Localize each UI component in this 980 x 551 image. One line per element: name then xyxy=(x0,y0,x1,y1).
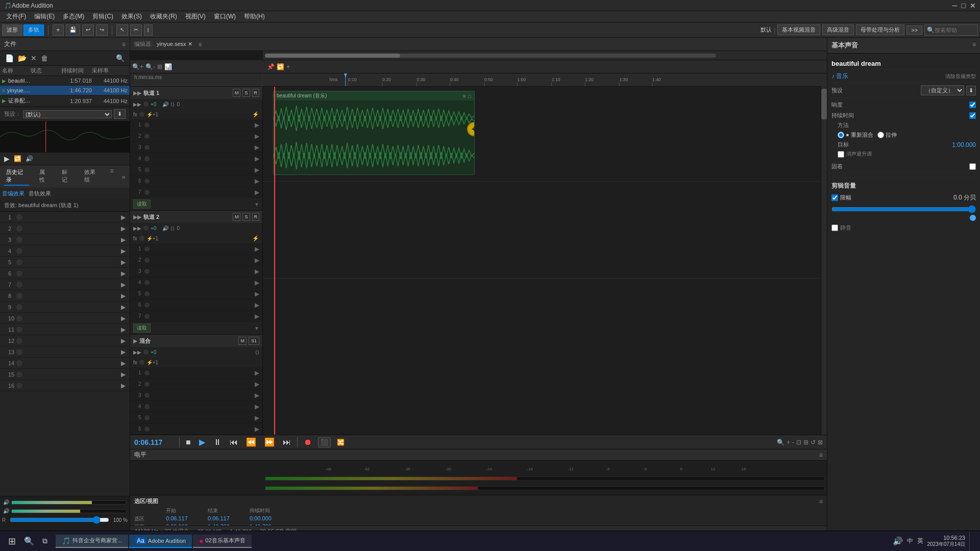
prev-button[interactable]: ⏪ xyxy=(244,436,258,448)
send-row-8[interactable]: 8 ▶ xyxy=(0,290,130,302)
play-button[interactable]: ▶ xyxy=(197,436,207,448)
send-row-16[interactable]: 16 ▶ xyxy=(0,380,130,391)
send-row-3[interactable]: 3 ▶ xyxy=(0,234,130,245)
delete-file-button[interactable]: 🗑 xyxy=(40,53,49,63)
file-item-3[interactable]: ▶证券配音.wav 1:20.937 44100 Hz xyxy=(0,95,130,107)
effects-edit-tab[interactable]: 音编效果 xyxy=(2,190,24,197)
more-workspaces-btn[interactable]: >> xyxy=(906,26,922,35)
clip-options-btn[interactable]: ≡ xyxy=(463,93,466,99)
tray-lang-zh[interactable]: 中 xyxy=(907,537,913,545)
basic-video-btn[interactable]: 基本视频混音 xyxy=(777,24,820,35)
search-input[interactable] xyxy=(935,27,975,33)
master-analysis-btn[interactable]: 母带处理与分析 xyxy=(856,24,904,35)
send-row-12[interactable]: 12 ▶ xyxy=(0,335,130,346)
menu-window[interactable]: 窗口(W) xyxy=(210,11,240,22)
vertical-scrollbar[interactable] xyxy=(821,87,827,435)
preset-select[interactable]: (默认) xyxy=(23,110,112,118)
send-row-7[interactable]: 7 ▶ xyxy=(0,279,130,290)
effects-track-tab[interactable]: 音轨效果 xyxy=(29,190,51,197)
zoom-out-time-btn[interactable]: - xyxy=(792,439,794,446)
maximize-button[interactable]: □ xyxy=(962,2,966,10)
send-row-15[interactable]: 15 ▶ xyxy=(0,369,130,380)
clip-close-btn[interactable]: □ xyxy=(468,93,471,99)
mini-play-btn[interactable]: ▶ xyxy=(4,155,10,163)
menu-clip[interactable]: 剪辑(C) xyxy=(88,11,117,22)
track1-read-btn[interactable]: 读取 xyxy=(133,199,151,209)
extra-view-btn[interactable]: ⊠ xyxy=(818,439,823,446)
new-track-button[interactable]: + xyxy=(53,24,64,36)
loudness-checkbox[interactable] xyxy=(969,102,976,108)
waveform-clip[interactable]: beautiful dream (音乐) ≡ □ xyxy=(273,91,475,175)
send-row-14[interactable]: 14 ▶ xyxy=(0,358,130,369)
vol-reset-btn[interactable]: R xyxy=(2,517,6,523)
taskbar-app-douyin[interactable]: 🎵 抖音企业号商家营... xyxy=(56,535,128,548)
to-end-button[interactable]: ⏭ xyxy=(281,437,293,448)
taskbar-app-audio2[interactable]: ● 02音乐基本声音 xyxy=(193,535,252,548)
effects-expand-btn[interactable]: » xyxy=(122,167,126,186)
remove-type-btn[interactable]: 清除音频类型 xyxy=(945,73,976,80)
menu-help[interactable]: 帮助(H) xyxy=(240,11,269,22)
mini-loop-btn[interactable]: 🔁 xyxy=(14,155,21,162)
taskbar-search-button[interactable]: 🔍 xyxy=(20,534,38,548)
menu-multitrack[interactable]: 多态(M) xyxy=(59,11,88,22)
file-item-2[interactable]: ≡yinyue.sesx 1:46.720 44100 Hz xyxy=(0,86,130,95)
to-start-button[interactable]: ⏮ xyxy=(228,437,240,448)
zoom-waveform-btn[interactable]: 🔍 xyxy=(777,439,785,446)
record-button[interactable]: ⬛ xyxy=(318,437,331,447)
retime-radio[interactable] xyxy=(838,132,844,138)
add-track-btn[interactable]: + xyxy=(286,63,290,70)
select-tool[interactable]: ↖ xyxy=(116,24,128,36)
save-button[interactable]: 💾 xyxy=(66,24,80,36)
punch-button[interactable]: 🔀 xyxy=(335,438,347,447)
zoom-in-time-btn[interactable]: + xyxy=(787,439,790,446)
avoid-pitch-checkbox[interactable] xyxy=(838,151,844,158)
mini-volume-btn[interactable]: 🔊 xyxy=(26,155,33,162)
menu-effects[interactable]: 效果(S) xyxy=(117,11,146,22)
tab-effects-group[interactable]: 效果组 xyxy=(82,167,102,186)
close-file-button[interactable]: ✕ xyxy=(30,53,38,63)
send-row-4[interactable]: 4 ▶ xyxy=(0,245,130,257)
minimize-button[interactable]: ─ xyxy=(952,2,958,10)
loop-btn[interactable]: 🔁 xyxy=(277,63,284,70)
undo-button[interactable]: ↩ xyxy=(82,24,94,36)
send-row-9[interactable]: 9 ▶ xyxy=(0,302,130,313)
reset-zoom-btn[interactable]: ↺ xyxy=(811,439,816,446)
mute-checkbox[interactable] xyxy=(831,224,838,231)
track1-arm-btn[interactable]: R xyxy=(252,89,260,97)
stop-button[interactable]: ■ xyxy=(184,437,193,448)
wave-mode-button[interactable]: 波形 xyxy=(2,24,22,36)
taskbar-app-audition[interactable]: Aa Adobe Audition xyxy=(129,535,192,548)
preset-download-btn[interactable]: ⬇ xyxy=(966,86,976,95)
track1-solo-btn[interactable]: S xyxy=(242,89,250,97)
multitrack-mode-button[interactable]: 多轨 xyxy=(23,24,44,36)
track1-mute-btn[interactable]: M xyxy=(233,89,241,97)
menu-file[interactable]: 文件(F) xyxy=(2,11,30,22)
send-row-6[interactable]: 6 ▶ xyxy=(0,268,130,279)
clip-vol-slider[interactable] xyxy=(831,205,976,213)
send-row-1[interactable]: 1 ▶ xyxy=(0,212,130,223)
pause-button[interactable]: ⏸ xyxy=(211,437,224,448)
file-item-1[interactable]: ▶beautil_am.mp3 1:57.018 44100 Hz xyxy=(0,76,130,86)
zoom-sel-btn[interactable]: ⊞ xyxy=(803,439,808,446)
send-row-10[interactable]: 10 ▶ xyxy=(0,313,130,324)
loop-toggle-button[interactable]: ⏺ xyxy=(302,437,314,448)
razor-tool[interactable]: ✂ xyxy=(130,24,142,36)
menu-favorites[interactable]: 收藏夹(R) xyxy=(146,11,181,22)
open-file-button[interactable]: 📂 xyxy=(17,53,28,63)
snap-btn[interactable]: 📌 xyxy=(267,63,275,70)
track2-arm-btn[interactable]: R xyxy=(252,213,260,221)
start-button[interactable]: ⊞ xyxy=(4,534,20,549)
zoom-out-btn[interactable]: 🔍- xyxy=(145,63,155,70)
track2-read-btn[interactable]: 读取 xyxy=(133,323,151,333)
menu-edit[interactable]: 编辑(E) xyxy=(30,11,59,22)
tray-lang-en[interactable]: 英 xyxy=(917,537,923,545)
tab-properties[interactable]: 属性 xyxy=(37,167,52,186)
send-row-2[interactable]: 2 ▶ xyxy=(0,223,130,234)
timeline-scrollbar[interactable] xyxy=(263,51,827,60)
vol-slider[interactable] xyxy=(10,517,109,523)
send-row-5[interactable]: 5 ▶ xyxy=(0,257,130,268)
track2-mute-btn[interactable]: M xyxy=(233,213,241,221)
close-button[interactable]: ✕ xyxy=(970,2,976,10)
redo-button[interactable]: ↪ xyxy=(96,24,108,36)
reverb-checkbox[interactable] xyxy=(969,163,976,170)
